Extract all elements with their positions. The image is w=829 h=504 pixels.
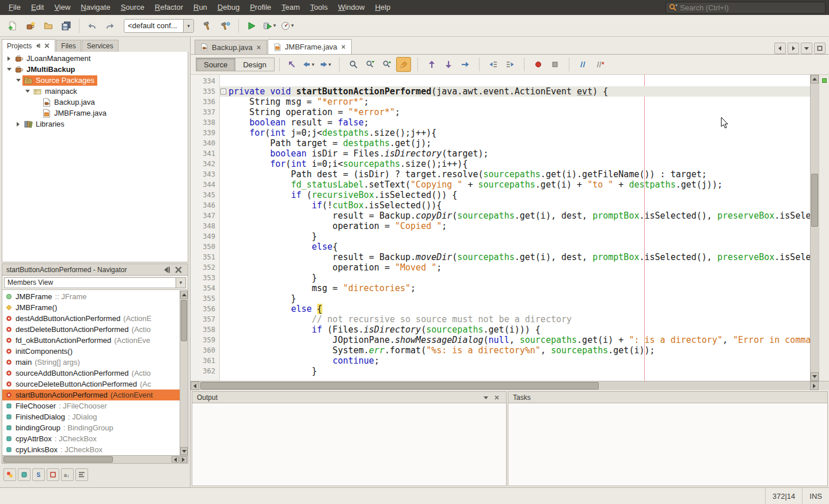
scroll-right-icon[interactable]	[810, 381, 819, 390]
uncomment-button[interactable]	[592, 57, 607, 72]
code-line-344[interactable]: 344 fd_statusLabel.setText("Copying " + …	[191, 180, 810, 190]
menu-profile[interactable]: Profile	[245, 0, 276, 15]
close-button[interactable]	[173, 265, 184, 274]
tree-item-libraries[interactable]: Libraries	[2, 119, 188, 129]
expander-right-icon[interactable]	[14, 122, 22, 127]
record-macro-button[interactable]	[531, 57, 546, 72]
find-button[interactable]	[346, 57, 361, 72]
menu-help[interactable]: Help	[370, 0, 396, 15]
previous-bookmark-button[interactable]	[424, 57, 439, 72]
scrollbar-thumb[interactable]	[811, 174, 818, 227]
forward-button[interactable]: ▾	[318, 57, 333, 72]
navigator-vertical-scrollbar[interactable]	[180, 291, 188, 455]
menu-view[interactable]: View	[49, 0, 75, 15]
tab-files[interactable]: Files	[56, 40, 81, 52]
editor-vertical-scrollbar[interactable]	[810, 75, 819, 381]
tree-item-source-packages[interactable]: Source Packages	[2, 75, 188, 86]
code-line-337[interactable]: 337 String operation = "*error*";	[191, 107, 810, 117]
tree-item-mainpack[interactable]: mainpack	[2, 86, 188, 97]
code-line-338[interactable]: 338 boolean result = false;	[191, 117, 810, 128]
tab-list-button[interactable]	[801, 43, 812, 54]
design-view-button[interactable]: Design	[235, 58, 274, 71]
code-line-348[interactable]: 348 operation = "Copied ";	[191, 221, 810, 231]
scroll-left-icon[interactable]	[172, 456, 179, 463]
new-project-button[interactable]	[22, 18, 39, 34]
output-header[interactable]: Output	[192, 391, 507, 403]
shift-left-button[interactable]	[486, 57, 501, 72]
member-destdeletebuttonactionperformed[interactable]: destDeleteButtonActionPerformed(Actio	[2, 324, 188, 335]
stop-macro-button[interactable]	[547, 57, 562, 72]
close-icon[interactable]	[256, 45, 261, 50]
tree-item-jmbframe-java[interactable]: JMBFrame.java	[2, 108, 188, 119]
sort-source-button[interactable]	[75, 468, 88, 481]
toggle-highlight-button[interactable]	[396, 57, 411, 72]
member-filechooser[interactable]: FileChooser : JFileChooser	[2, 400, 188, 411]
pin-button[interactable]	[161, 265, 172, 274]
members-view-combobox[interactable]: Members View ▾	[4, 277, 186, 288]
code-line-343[interactable]: 343 Path dest = (isDir) ? target.resolve…	[191, 169, 810, 180]
fold-collapse-icon[interactable]: -	[220, 89, 226, 94]
tree-item-backup-java[interactable]: Backup.java	[2, 97, 188, 108]
tasks-body[interactable]	[508, 403, 828, 486]
member-bindinggroup[interactable]: bindingGroup : BindingGroup	[2, 422, 188, 433]
tab-services[interactable]: Services	[82, 40, 119, 52]
tree-item-jloanmanagement[interactable]: JLoanManagement	[2, 53, 188, 64]
scroll-right-icon[interactable]	[180, 456, 187, 463]
projects-tree[interactable]: JLoanManagementJMultiBackupSource Packag…	[2, 52, 188, 262]
code-line-351[interactable]: 351 result = Backup.moveDir(sourcepaths.…	[191, 252, 810, 262]
save-all-button[interactable]	[58, 18, 74, 34]
scrollbar-thumb[interactable]	[3, 456, 113, 463]
new-file-button[interactable]	[5, 18, 21, 34]
member-startbuttonactionperformed[interactable]: startButtonActionPerformed(ActionEvent	[2, 390, 188, 400]
scroll-left-button[interactable]	[774, 43, 786, 54]
redo-button[interactable]	[102, 18, 118, 34]
source-view-button[interactable]: Source	[196, 58, 235, 71]
menu-refactor[interactable]: Refactor	[150, 0, 188, 15]
member-sourcedeletebuttonactionperformed[interactable]: sourceDeleteButtonActionPerformed(Ac	[2, 379, 188, 390]
code-line-346[interactable]: 346 if(!cutBox.isSelected()){	[191, 200, 810, 211]
quick-search[interactable]	[666, 2, 826, 14]
code-line-354[interactable]: 354 msg = "directories";	[191, 283, 810, 293]
code-line-339[interactable]: 339 for(int j=0;j<destpaths.size();j++){	[191, 128, 810, 138]
code-editor[interactable]: 334335-private void startButtonActionPer…	[191, 75, 829, 381]
config-combobox[interactable]: <default conf... ▾	[124, 19, 194, 33]
menu-navigate[interactable]: Navigate	[75, 0, 115, 15]
navigator-list[interactable]: JMBFrame :: JFrameJMBFrame()destAddButto…	[2, 290, 188, 456]
menu-tools[interactable]: Tools	[305, 0, 333, 15]
next-error-button[interactable]	[458, 57, 473, 72]
clean-build-button[interactable]	[218, 18, 234, 34]
show-fields-button[interactable]	[18, 468, 31, 481]
code-line-359[interactable]: 359 JOptionPane.showMessageDialog(null, …	[191, 335, 810, 345]
chevron-button[interactable]	[481, 393, 490, 402]
code-line-350[interactable]: 350 else{	[191, 242, 810, 252]
members-view-dropdown-icon[interactable]: ▾	[176, 278, 185, 288]
combo-dropdown-icon[interactable]: ▾	[183, 20, 193, 32]
member-fd-okbuttonactionperformed[interactable]: fd_okButtonActionPerformed(ActionEve	[2, 335, 188, 346]
last-edit-button[interactable]	[284, 57, 299, 72]
member-main[interactable]: main(String[] args)	[2, 357, 188, 368]
code-line-352[interactable]: 352 operation = "Moved ";	[191, 262, 810, 273]
scrollbar-thumb[interactable]	[200, 382, 599, 390]
code-line-360[interactable]: 360 System.err.format("%s: is a director…	[191, 345, 810, 356]
expander-down-icon[interactable]	[5, 68, 13, 71]
code-line-334[interactable]: 334	[191, 76, 810, 86]
tasks-header[interactable]: Tasks	[508, 391, 828, 403]
expander-down-icon[interactable]	[14, 79, 22, 82]
member-initcomponents[interactable]: initComponents()	[2, 346, 188, 357]
tree-item-jmultibackup[interactable]: JMultiBackup	[2, 64, 188, 75]
show-inherited-button[interactable]	[3, 468, 16, 481]
next-bookmark-button[interactable]	[441, 57, 456, 72]
member-sourceaddbuttonactionperformed[interactable]: sourceAddButtonActionPerformed(Actio	[2, 368, 188, 379]
navigator-horizontal-scrollbar[interactable]	[2, 456, 188, 464]
run-button[interactable]	[244, 18, 260, 34]
tab-projects[interactable]: Projects	[2, 39, 55, 52]
output-body[interactable]	[192, 403, 507, 486]
maximize-button[interactable]	[814, 43, 826, 54]
close-icon[interactable]	[341, 44, 346, 49]
code-line-341[interactable]: 341 boolean isDir = Files.isDirectory(ta…	[191, 148, 810, 159]
open-project-button[interactable]	[40, 18, 56, 34]
build-button[interactable]	[200, 18, 216, 34]
code-line-347[interactable]: 347 result = Backup.copyDir(sourcepaths.…	[191, 211, 810, 221]
scrollbar-thumb[interactable]	[181, 300, 187, 341]
code-line-336[interactable]: 336 String msg = "*error*";	[191, 97, 810, 107]
